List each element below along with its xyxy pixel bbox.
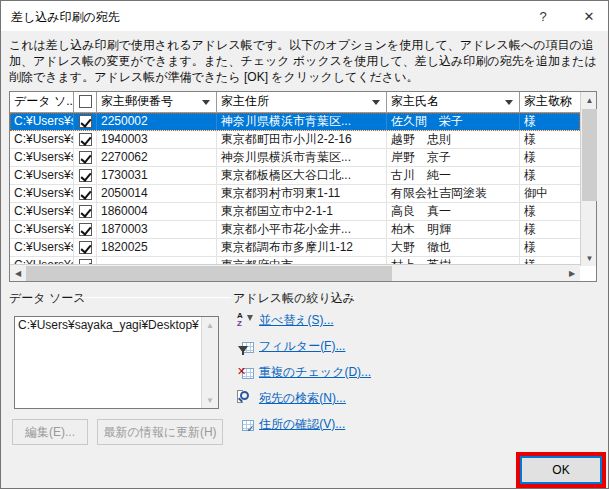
row-checkbox[interactable] [79, 151, 92, 164]
cell-checkbox [74, 257, 97, 264]
cell-checkbox [74, 149, 97, 166]
cell-postal: 2250002 [97, 113, 217, 130]
cell-honorific: 様 [520, 221, 580, 238]
cell-checkbox [74, 203, 97, 220]
cell-data-source: C:¥Users¥sa... [10, 185, 74, 202]
refine-link[interactable]: 住所の確認(V)... [259, 416, 345, 433]
edit-button[interactable]: 編集(E)... [12, 419, 88, 445]
table-row[interactable]: C:¥Users¥sa...東京都府中市...村上 英樹様 [10, 257, 580, 264]
data-source-listbox[interactable]: C:¥Users¥sayaka_yagi¥Desktop¥ ▲ ▼ [14, 316, 219, 409]
dialog-title: 差し込み印刷の宛先 [11, 9, 120, 26]
cell-data-source: C:¥Users¥sa... [10, 149, 74, 166]
table-body: C:¥Users¥sa...2250002神奈川県横浜市青葉区...佐久間 栄子… [10, 113, 580, 264]
close-icon: ✕ [584, 9, 595, 24]
vertical-scroll-thumb[interactable] [582, 109, 597, 201]
table-row[interactable]: C:¥Users¥sa...1870003東京都小平市花小金井...柏木 明輝様 [10, 221, 580, 239]
table-row[interactable]: C:¥Users¥sa...2250002神奈川県横浜市青葉区...佐久間 栄子… [10, 113, 580, 131]
scroll-down-icon[interactable]: ▼ [581, 250, 598, 266]
horizontal-scroll-thumb[interactable] [26, 266, 392, 281]
scroll-down-icon[interactable]: ▼ [202, 392, 218, 408]
horizontal-scrollbar[interactable]: ◀ ▶ [10, 264, 580, 281]
refine-link-row: 宛先の検索(N)... [237, 388, 346, 408]
listbox-scrollbar[interactable]: ▲ ▼ [201, 317, 218, 408]
sort-dropdown-icon[interactable] [505, 100, 513, 105]
cell-postal [97, 257, 217, 264]
column-header-checkbox[interactable] [74, 92, 97, 112]
column-header-honorific[interactable]: 家主敬称 [520, 92, 580, 112]
group-divider [339, 297, 356, 298]
data-source-item[interactable]: C:¥Users¥sayaka_yagi¥Desktop¥ [15, 317, 201, 334]
row-checkbox[interactable] [79, 187, 92, 200]
refine-link-row: ✓住所の確認(V)... [237, 414, 345, 434]
table-row[interactable]: C:¥Users¥sa...2050014東京都羽村市羽東1-11有限会社吉岡塗… [10, 185, 580, 203]
cell-checkbox [74, 185, 97, 202]
column-header-postal[interactable]: 家主郵便番号 [97, 92, 217, 112]
column-header-name[interactable]: 家主氏名 [387, 92, 520, 112]
cell-data-source: C:¥Users¥sa... [10, 131, 74, 148]
refresh-button[interactable]: 最新の情報に更新(H) [97, 419, 223, 445]
cell-address: 神奈川県横浜市青葉区... [217, 113, 387, 130]
cell-postal: 2270062 [97, 149, 217, 166]
validate-address-icon: ✓ [237, 416, 254, 432]
column-header-address[interactable]: 家主住所 [217, 92, 387, 112]
cell-address: 東京都小平市花小金井... [217, 221, 387, 238]
cell-checkbox [74, 221, 97, 238]
help-button[interactable]: ? [527, 1, 559, 31]
cell-postal: 1860004 [97, 203, 217, 220]
row-checkbox[interactable] [79, 241, 92, 254]
sort-dropdown-icon[interactable] [202, 100, 210, 105]
cell-honorific: 様 [520, 239, 580, 256]
table-row[interactable]: C:¥Users¥sa...1730031東京都板橋区大谷口北...古川 純一様 [10, 167, 580, 185]
cell-checkbox [74, 239, 97, 256]
sort-az-icon: AZ [237, 312, 254, 328]
row-checkbox[interactable] [79, 169, 92, 182]
row-checkbox[interactable] [79, 223, 92, 236]
row-checkbox[interactable] [79, 133, 92, 146]
cell-name: 岸野 京子 [387, 149, 520, 166]
cell-data-source: C:¥Users¥sa... [10, 203, 74, 220]
row-checkbox[interactable] [79, 115, 92, 128]
cell-data-source: C:¥Users¥sa... [10, 167, 74, 184]
cell-checkbox [74, 131, 97, 148]
cell-postal: 1940003 [97, 131, 217, 148]
group-divider [73, 297, 231, 298]
cell-honorific: 様 [520, 149, 580, 166]
cell-name: 佐久間 栄子 [387, 113, 520, 130]
table-row[interactable]: C:¥Users¥sa...1940003東京都町田市小川2-2-16越野 忠則… [10, 131, 580, 149]
mail-merge-recipients-dialog: 差し込み印刷の宛先 ? ✕ これは差し込み印刷で使用されるアドレス帳です。以下の… [0, 0, 609, 489]
table-row[interactable]: C:¥Users¥sa...1820025東京都調布市多摩川1-12大野 徹也様 [10, 239, 580, 257]
table-header-row: データ ソ... 家主郵便番号 家主住所 家主氏名 家主敬称 [10, 92, 580, 113]
cell-postal: 1870003 [97, 221, 217, 238]
column-header-data-source[interactable]: データ ソ... [10, 92, 74, 112]
close-button[interactable]: ✕ [573, 1, 605, 31]
help-icon: ? [539, 9, 546, 24]
sort-dropdown-icon[interactable] [372, 100, 380, 105]
refine-link[interactable]: 並べ替え(S)... [259, 312, 334, 329]
scroll-left-icon[interactable]: ◀ [10, 265, 26, 281]
cell-name: 古川 純一 [387, 167, 520, 184]
ok-button[interactable]: OK [520, 456, 602, 484]
refine-link-row: AZ並べ替え(S)... [237, 310, 334, 330]
table-row[interactable]: C:¥Users¥sa...1860004東京都国立市中2-1-1高良 真一様 [10, 203, 580, 221]
cell-address: 東京都調布市多摩川1-12 [217, 239, 387, 256]
data-source-list: C:¥Users¥sayaka_yagi¥Desktop¥ [15, 317, 201, 408]
cell-data-source: C:¥Users¥sa... [10, 113, 74, 130]
cell-name: 高良 真一 [387, 203, 520, 220]
scroll-up-icon[interactable]: ▲ [202, 317, 218, 333]
cell-honorific: 様 [520, 167, 580, 184]
row-checkbox[interactable] [79, 205, 92, 218]
cell-honorific: 御中 [520, 185, 580, 202]
cell-name: 柏木 明輝 [387, 221, 520, 238]
scroll-up-icon[interactable]: ▲ [581, 92, 598, 108]
refine-link[interactable]: 重複のチェック(D)... [259, 364, 371, 381]
cell-honorific: 様 [520, 113, 580, 130]
refine-link[interactable]: 宛先の検索(N)... [259, 390, 346, 407]
cell-address: 神奈川県横浜市青葉区... [217, 149, 387, 166]
cell-address: 東京都板橋区大谷口北... [217, 167, 387, 184]
table-row[interactable]: C:¥Users¥sa...2270062神奈川県横浜市青葉区...岸野 京子様 [10, 149, 580, 167]
refine-link[interactable]: フィルター(F)... [259, 338, 345, 355]
data-source-group-label: データ ソース [9, 290, 85, 307]
vertical-scrollbar[interactable]: ▲ ▼ [580, 92, 596, 266]
header-checkbox[interactable] [79, 95, 92, 108]
scroll-right-icon[interactable]: ▶ [564, 265, 580, 281]
